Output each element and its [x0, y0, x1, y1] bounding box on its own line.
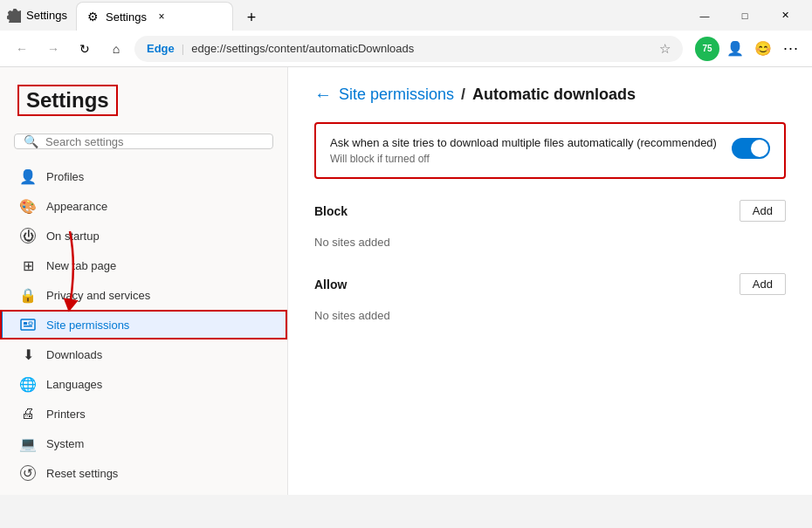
block-empty-state: No sites added: [314, 232, 786, 252]
breadcrumb-current: Automatic downloads: [472, 86, 636, 104]
browser-tab[interactable]: ⚙ Settings ×: [76, 2, 233, 31]
reset-icon: ↺: [20, 465, 36, 481]
tab-close-button[interactable]: ×: [154, 9, 169, 24]
privacy-label: Privacy and services: [46, 289, 150, 302]
allow-section: Allow Add No sites added: [314, 273, 786, 326]
sidebar-item-on-startup[interactable]: ⏻ On startup: [0, 221, 287, 250]
back-button[interactable]: ←: [9, 36, 35, 62]
svg-rect-3: [29, 322, 32, 325]
breadcrumb-link[interactable]: Site permissions: [339, 86, 454, 104]
search-icon: 🔍: [24, 134, 38, 148]
sidebar: Settings 🔍 👤 Profiles 🎨 Appearance ⏻ On …: [0, 67, 288, 495]
sidebar-item-downloads[interactable]: ⬇ Downloads: [0, 339, 287, 369]
printers-label: Printers: [46, 408, 86, 421]
toggle-thumb: [751, 140, 768, 157]
refresh-button[interactable]: ↻: [72, 36, 98, 62]
sidebar-item-languages[interactable]: 🌐 Languages: [0, 369, 287, 399]
languages-label: Languages: [46, 378, 102, 391]
printers-icon: 🖨: [20, 406, 36, 422]
star-icon: ☆: [659, 41, 671, 57]
breadcrumb-separator: /: [461, 86, 465, 104]
url-text: edge://settings/content/automaticDownloa…: [191, 42, 652, 55]
allow-title: Allow: [314, 278, 347, 291]
site-permissions-label: Site permissions: [46, 319, 129, 332]
block-section: Block Add No sites added: [314, 200, 786, 252]
reset-label: Reset settings: [46, 467, 118, 480]
system-icon: 💻: [20, 435, 36, 451]
downloads-icon: ⬇: [20, 346, 36, 362]
sidebar-item-printers[interactable]: 🖨 Printers: [0, 399, 287, 429]
svg-rect-2: [24, 326, 32, 327]
toggle-label: Ask when a site tries to download multip…: [330, 136, 718, 149]
minimize-button[interactable]: —: [685, 3, 725, 29]
profiles-icon: 👤: [20, 168, 36, 184]
sidebar-item-site-permissions[interactable]: Site permissions: [0, 310, 287, 339]
site-permissions-icon: [20, 317, 36, 333]
sidebar-item-privacy[interactable]: 🔒 Privacy and services: [0, 280, 287, 310]
allow-empty-state: No sites added: [314, 305, 786, 326]
tab-title: Settings: [26, 9, 67, 22]
maximize-button[interactable]: □: [725, 3, 765, 29]
system-label: System: [46, 437, 84, 450]
downloads-label: Downloads: [46, 348, 102, 361]
toggle-card: Ask when a site tries to download multip…: [314, 122, 786, 179]
account-button[interactable]: 👤: [723, 37, 747, 61]
block-section-header: Block Add: [314, 200, 786, 222]
tab-icon: ⚙: [87, 10, 99, 24]
more-button[interactable]: ···: [779, 37, 803, 61]
address-bar: ← → ↻ ⌂ Edge | edge://settings/content/a…: [0, 31, 812, 67]
new-tab-button[interactable]: +: [237, 4, 266, 31]
sidebar-item-new-tab[interactable]: ⊞ New tab page: [0, 250, 287, 280]
profiles-label: Profiles: [46, 170, 84, 183]
allow-section-header: Allow Add: [314, 273, 786, 295]
sidebar-item-reset[interactable]: ↺ Reset settings: [0, 458, 287, 488]
privacy-icon: 🔒: [20, 287, 36, 303]
new-tab-icon: ⊞: [20, 257, 36, 273]
block-title: Block: [314, 204, 348, 218]
main-layout: Settings 🔍 👤 Profiles 🎨 Appearance ⏻ On …: [0, 67, 812, 495]
url-actions: 75 👤 😊 ···: [695, 37, 803, 61]
search-box[interactable]: 🔍: [14, 134, 273, 149]
forward-button[interactable]: →: [40, 36, 66, 62]
sidebar-item-profiles[interactable]: 👤 Profiles: [0, 161, 287, 191]
startup-label: On startup: [46, 230, 100, 243]
tab-label: Settings: [106, 10, 147, 24]
svg-rect-1: [24, 322, 27, 325]
sidebar-item-appearance[interactable]: 🎨 Appearance: [0, 191, 287, 221]
window-controls: — □ ✕: [685, 3, 805, 29]
svg-rect-0: [21, 319, 35, 330]
sidebar-header: Settings: [0, 67, 287, 125]
toggle-sublabel: Will block if turned off: [330, 153, 718, 165]
profiles-item-wrapper: 👤 Profiles: [0, 161, 287, 191]
appearance-label: Appearance: [46, 200, 107, 213]
allow-add-button[interactable]: Add: [740, 273, 786, 295]
languages-icon: 🌐: [20, 376, 36, 392]
title-bar: Settings ⚙ Settings × + — □ ✕: [0, 0, 812, 31]
search-input[interactable]: [45, 135, 264, 148]
toggle-text: Ask when a site tries to download multip…: [330, 136, 718, 165]
url-box[interactable]: Edge | edge://settings/content/automatic…: [134, 36, 683, 62]
appearance-icon: 🎨: [20, 198, 36, 214]
settings-gear-icon: [7, 9, 21, 23]
sidebar-item-system[interactable]: 💻 System: [0, 429, 287, 458]
new-tab-label: New tab page: [46, 259, 116, 272]
edge-logo: Edge: [147, 42, 175, 55]
block-add-button[interactable]: Add: [740, 200, 786, 222]
close-button[interactable]: ✕: [765, 3, 805, 29]
toggle-switch[interactable]: [732, 138, 770, 159]
breadcrumb: ← Site permissions / Automatic downloads: [314, 85, 786, 105]
home-button[interactable]: ⌂: [103, 36, 129, 62]
sidebar-title: Settings: [17, 85, 118, 116]
content-area: ← Site permissions / Automatic downloads…: [288, 67, 812, 495]
sidebar-item-about[interactable]: e About Microsoft Edge: [0, 488, 287, 495]
site-permissions-wrapper: Site permissions: [0, 310, 287, 339]
appearance-item-wrapper: 🎨 Appearance: [0, 191, 287, 221]
startup-icon: ⏻: [20, 228, 36, 243]
breadcrumb-back-button[interactable]: ←: [314, 85, 332, 105]
profile-button[interactable]: 75: [695, 37, 719, 61]
emoji-button[interactable]: 😊: [751, 37, 775, 61]
